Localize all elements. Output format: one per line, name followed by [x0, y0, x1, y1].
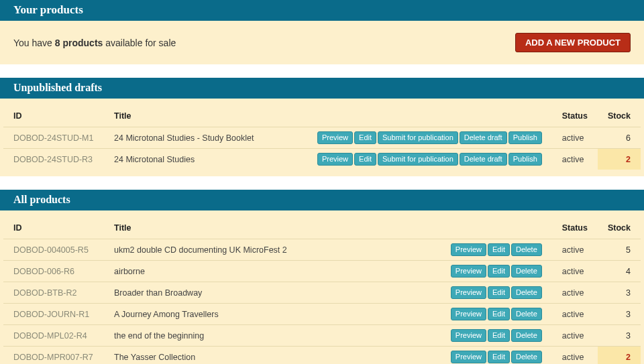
- preview-button[interactable]: Preview: [451, 265, 486, 278]
- table-row: DOBOD-MPL02-R4the end of the beginningPr…: [3, 325, 641, 347]
- row-title: Broader than Broadway: [104, 282, 387, 304]
- row-status: active: [552, 239, 598, 261]
- preview-button[interactable]: Preview: [317, 153, 353, 166]
- edit-button[interactable]: Edit: [488, 308, 510, 320]
- row-title: 24 Microtonal Studies - Study Booklet: [104, 127, 280, 149]
- edit-button[interactable]: Edit: [354, 131, 376, 144]
- edit-button[interactable]: Edit: [488, 351, 510, 363]
- row-actions: PreviewEditDelete: [387, 304, 552, 325]
- all-products-section: All products ID Title Status Stock DOBOD…: [0, 190, 644, 364]
- col-id: ID: [3, 105, 104, 127]
- row-title: airborne: [104, 261, 387, 282]
- delete-draft-button[interactable]: Delete draft: [460, 153, 507, 166]
- row-stock: 5: [598, 239, 641, 261]
- row-id: DOBOD-006-R6: [3, 261, 104, 282]
- delete-button[interactable]: Delete: [511, 286, 542, 299]
- col-stock: Stock: [598, 217, 641, 239]
- row-actions: PreviewEditDelete: [387, 261, 552, 282]
- delete-button[interactable]: Delete: [511, 351, 542, 363]
- row-actions: PreviewEditDelete: [387, 239, 552, 261]
- all-products-table: ID Title Status Stock DOBOD-004005-R5ukm…: [3, 217, 641, 364]
- delete-button[interactable]: Delete: [511, 308, 542, 320]
- row-stock: 3: [598, 304, 641, 325]
- delete-draft-button[interactable]: Delete draft: [460, 131, 507, 144]
- row-id: DOBOD-24STUD-M1: [3, 127, 104, 149]
- row-id: DOBOD-004005-R5: [3, 239, 104, 261]
- counter-bar: You have 8 products available for sale A…: [0, 21, 644, 64]
- edit-button[interactable]: Edit: [354, 153, 376, 166]
- edit-button[interactable]: Edit: [488, 329, 510, 342]
- col-title: Title: [104, 105, 280, 127]
- table-row: DOBOD-BTB-R2Broader than BroadwayPreview…: [3, 282, 641, 304]
- row-stock: 3: [598, 325, 641, 347]
- row-title: A Journey Among Travellers: [104, 304, 387, 325]
- row-status: active: [552, 127, 598, 149]
- row-actions: PreviewEditDelete: [387, 347, 552, 365]
- row-id: DOBOD-JOURN-R1: [3, 304, 104, 325]
- preview-button[interactable]: Preview: [317, 131, 353, 144]
- counter-suffix: available for sale: [103, 38, 176, 48]
- row-status: active: [552, 261, 598, 282]
- row-actions: PreviewEditSubmit for publicationDelete …: [280, 127, 552, 149]
- row-stock: 4: [598, 261, 641, 282]
- delete-button[interactable]: Delete: [511, 265, 542, 278]
- col-actions: [387, 217, 552, 239]
- row-id: DOBOD-BTB-R2: [3, 282, 104, 304]
- preview-button[interactable]: Preview: [451, 286, 486, 299]
- col-actions: [280, 105, 552, 127]
- row-status: active: [552, 304, 598, 325]
- row-stock: 6: [598, 127, 641, 149]
- row-actions: PreviewEditDelete: [387, 282, 552, 304]
- table-row: DOBOD-24STUD-R324 Microtonal StudiesPrev…: [3, 149, 641, 170]
- page-title: Your products: [0, 0, 644, 21]
- row-actions: PreviewEditSubmit for publicationDelete …: [280, 149, 552, 170]
- preview-button[interactable]: Preview: [451, 308, 486, 320]
- preview-button[interactable]: Preview: [451, 329, 486, 342]
- table-row: DOBOD-JOURN-R1A Journey Among Travellers…: [3, 304, 641, 325]
- col-status: Status: [552, 105, 598, 127]
- submit-for-publication-button[interactable]: Submit for publication: [378, 153, 458, 166]
- drafts-table: ID Title Status Stock DOBOD-24STUD-M124 …: [3, 105, 641, 170]
- edit-button[interactable]: Edit: [488, 265, 510, 278]
- counter-prefix: You have: [13, 38, 55, 48]
- row-stock: 3: [598, 282, 641, 304]
- row-status: active: [552, 282, 598, 304]
- row-title: The Yasser Collection: [104, 347, 387, 365]
- counter-count: 8 products: [55, 38, 103, 48]
- row-id: DOBOD-MPR007-R7: [3, 347, 104, 365]
- edit-button[interactable]: Edit: [488, 243, 510, 256]
- row-status: active: [552, 347, 598, 365]
- col-status: Status: [552, 217, 598, 239]
- row-title: ukm2 double CD documenting UK MicroFest …: [104, 239, 387, 261]
- table-row: DOBOD-004005-R5ukm2 double CD documentin…: [3, 239, 641, 261]
- row-title: the end of the beginning: [104, 325, 387, 347]
- row-id: DOBOD-MPL02-R4: [3, 325, 104, 347]
- delete-button[interactable]: Delete: [511, 243, 542, 256]
- add-product-button[interactable]: ADD A NEW PRODUCT: [515, 33, 631, 52]
- row-stock: 2: [598, 347, 641, 365]
- publish-button[interactable]: Publish: [508, 131, 542, 144]
- publish-button[interactable]: Publish: [508, 153, 542, 166]
- delete-button[interactable]: Delete: [511, 329, 542, 342]
- table-row: DOBOD-MPR007-R7The Yasser CollectionPrev…: [3, 347, 641, 365]
- row-status: active: [552, 149, 598, 170]
- preview-button[interactable]: Preview: [451, 351, 486, 363]
- table-row: DOBOD-006-R6airbornePreviewEditDeleteact…: [3, 261, 641, 282]
- all-products-heading: All products: [0, 190, 644, 210]
- drafts-heading: Unpublished drafts: [0, 78, 644, 99]
- edit-button[interactable]: Edit: [488, 286, 510, 299]
- row-title: 24 Microtonal Studies: [104, 149, 280, 170]
- preview-button[interactable]: Preview: [451, 243, 486, 256]
- row-actions: PreviewEditDelete: [387, 325, 552, 347]
- col-stock: Stock: [598, 105, 641, 127]
- row-status: active: [552, 325, 598, 347]
- row-id: DOBOD-24STUD-R3: [3, 149, 104, 170]
- col-title: Title: [104, 217, 387, 239]
- submit-for-publication-button[interactable]: Submit for publication: [378, 131, 458, 144]
- col-id: ID: [3, 217, 104, 239]
- product-count-text: You have 8 products available for sale: [13, 38, 176, 48]
- drafts-section: Unpublished drafts ID Title Status Stock…: [0, 78, 644, 176]
- row-stock: 2: [598, 149, 641, 170]
- table-row: DOBOD-24STUD-M124 Microtonal Studies - S…: [3, 127, 641, 149]
